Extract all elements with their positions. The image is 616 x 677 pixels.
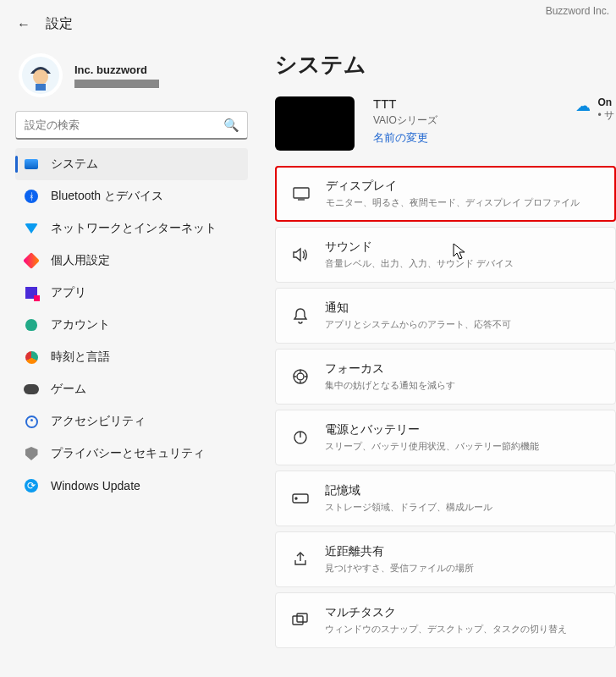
- device-name: TTT: [373, 96, 437, 111]
- display-icon: [292, 187, 311, 201]
- card-nearby-share[interactable]: 近距離共有見つけやすさ、受信ファイルの場所: [275, 531, 616, 587]
- sidebar-item-label: システム: [51, 157, 98, 172]
- window-title: 設定: [46, 15, 73, 33]
- card-sound[interactable]: サウンド音量レベル、出力、入力、サウンド デバイス: [275, 227, 616, 283]
- svg-rect-12: [297, 614, 307, 622]
- nav-list: システム ᚼBluetooth とデバイス ネットワークとインターネット 個人用…: [15, 148, 248, 502]
- onedrive-title: On: [597, 96, 614, 108]
- onedrive-sub: • サ: [597, 108, 614, 123]
- power-icon: [291, 430, 310, 445]
- sound-icon: [291, 247, 310, 262]
- sidebar: Inc. buzzword 🔍 システム ᚼBluetooth とデバイス ネッ…: [0, 41, 258, 676]
- sidebar-item-label: 個人用設定: [51, 253, 110, 268]
- rename-link[interactable]: 名前の変更: [373, 130, 437, 146]
- brush-icon: [24, 253, 39, 268]
- sidebar-item-personalization[interactable]: 個人用設定: [15, 245, 248, 277]
- avatar: [19, 53, 63, 97]
- apps-icon: [24, 285, 39, 300]
- profile-block[interactable]: Inc. buzzword: [15, 48, 248, 111]
- sidebar-item-label: アプリ: [51, 285, 86, 300]
- onedrive-block[interactable]: ☁ On • サ: [575, 96, 616, 123]
- sidebar-item-time-language[interactable]: 時刻と言語: [15, 341, 248, 373]
- card-sub: ウィンドウのスナップ、デスクトップ、タスクの切り替え: [325, 623, 567, 636]
- card-sub: スリープ、バッテリ使用状況、バッテリー節約機能: [325, 440, 539, 453]
- card-title: ディスプレイ: [326, 179, 580, 194]
- card-title: マルチタスク: [325, 605, 567, 620]
- card-title: 通知: [325, 300, 511, 316]
- brand-label: Buzzword Inc.: [546, 5, 609, 17]
- sidebar-item-accounts[interactable]: アカウント: [15, 309, 248, 341]
- multitask-icon: [291, 613, 310, 628]
- card-title: サウンド: [325, 239, 514, 255]
- svg-rect-11: [293, 616, 303, 625]
- sidebar-item-network[interactable]: ネットワークとインターネット: [15, 212, 248, 245]
- device-summary: TTT VAIOシリーズ 名前の変更 ☁ On • サ: [275, 96, 616, 151]
- focus-icon: [291, 368, 310, 385]
- card-display[interactable]: ディスプレイモニター、明るさ、夜間モード、ディスプレイ プロファイル: [275, 166, 616, 222]
- card-sub: アプリとシステムからのアラート、応答不可: [325, 318, 511, 331]
- storage-icon: [291, 493, 310, 504]
- card-storage[interactable]: 記憶域ストレージ領域、ドライブ、構成ルール: [275, 471, 616, 526]
- page-title: システム: [275, 50, 616, 80]
- card-sub: 集中の妨げとなる通知を減らす: [325, 379, 455, 392]
- sidebar-item-system[interactable]: システム: [15, 148, 248, 180]
- card-sub: ストレージ領域、ドライブ、構成ルール: [325, 501, 492, 514]
- main-panel: システム TTT VAIOシリーズ 名前の変更 ☁ On • サ ディスプレイモ…: [258, 41, 616, 676]
- topbar: ← 設定: [0, 0, 616, 41]
- back-icon[interactable]: ←: [17, 17, 30, 32]
- sidebar-item-bluetooth[interactable]: ᚼBluetooth とデバイス: [15, 180, 248, 212]
- sidebar-item-label: Windows Update: [51, 479, 140, 493]
- sidebar-item-windows-update[interactable]: ⟳Windows Update: [15, 470, 248, 502]
- sidebar-item-label: アクセシビリティ: [51, 414, 146, 429]
- search-box[interactable]: 🔍: [15, 111, 248, 140]
- search-input[interactable]: [15, 111, 248, 140]
- svg-point-6: [297, 373, 304, 380]
- person-icon: [24, 317, 39, 333]
- card-title: 電源とバッテリー: [325, 422, 539, 438]
- update-icon: ⟳: [24, 478, 39, 493]
- card-title: 記憶域: [325, 483, 492, 498]
- svg-point-10: [295, 498, 297, 499]
- sidebar-item-label: ネットワークとインターネット: [51, 221, 217, 236]
- sidebar-item-accessibility[interactable]: アクセシビリティ: [15, 405, 248, 438]
- card-title: フォーカス: [325, 361, 455, 377]
- share-icon: [291, 552, 310, 567]
- device-thumbnail: [275, 96, 355, 151]
- profile-email-redacted: [74, 80, 159, 88]
- svg-point-1: [33, 69, 48, 85]
- gamepad-icon: [24, 382, 39, 397]
- sidebar-item-label: プライバシーとセキュリティ: [51, 446, 205, 461]
- bell-icon: [291, 307, 310, 324]
- search-icon: 🔍: [223, 118, 239, 133]
- sidebar-item-privacy[interactable]: プライバシーとセキュリティ: [15, 438, 248, 470]
- card-power[interactable]: 電源とバッテリースリープ、バッテリ使用状況、バッテリー節約機能: [275, 410, 616, 465]
- sidebar-item-gaming[interactable]: ゲーム: [15, 373, 248, 405]
- accessibility-icon: [24, 414, 39, 429]
- settings-list: ディスプレイモニター、明るさ、夜間モード、ディスプレイ プロファイル サウンド音…: [275, 166, 616, 648]
- sidebar-item-label: Bluetooth とデバイス: [51, 189, 163, 204]
- system-icon: [24, 157, 39, 172]
- card-sub: 見つけやすさ、受信ファイルの場所: [325, 562, 474, 575]
- svg-rect-3: [294, 188, 309, 198]
- sidebar-item-apps[interactable]: アプリ: [15, 277, 248, 309]
- bluetooth-icon: ᚼ: [24, 189, 39, 204]
- sidebar-item-label: 時刻と言語: [51, 350, 110, 365]
- profile-name: Inc. buzzword: [74, 63, 159, 76]
- card-notifications[interactable]: 通知アプリとシステムからのアラート、応答不可: [275, 288, 616, 344]
- sidebar-item-label: ゲーム: [51, 382, 86, 397]
- shield-icon: [24, 446, 39, 461]
- device-series: VAIOシリーズ: [373, 113, 437, 128]
- globe-icon: [24, 350, 39, 365]
- card-focus[interactable]: フォーカス集中の妨げとなる通知を減らす: [275, 349, 616, 405]
- card-title: 近距離共有: [325, 544, 474, 559]
- wifi-icon: [24, 221, 39, 236]
- cloud-icon: ☁: [575, 96, 591, 115]
- sidebar-item-label: アカウント: [51, 317, 110, 333]
- card-sub: 音量レベル、出力、入力、サウンド デバイス: [325, 257, 514, 270]
- svg-rect-2: [36, 84, 46, 91]
- card-sub: モニター、明るさ、夜間モード、ディスプレイ プロファイル: [326, 196, 580, 209]
- card-multitask[interactable]: マルチタスクウィンドウのスナップ、デスクトップ、タスクの切り替え: [275, 592, 616, 648]
